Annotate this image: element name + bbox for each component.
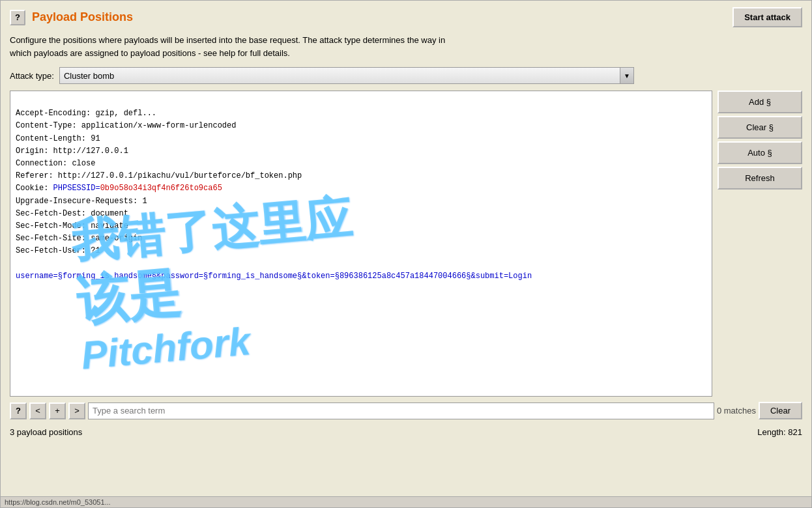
match-count: 0 matches (717, 406, 756, 416)
request-line-10: Sec-Fetch-Mode: navigate (16, 221, 128, 231)
add-section-button[interactable]: Add § (718, 91, 802, 113)
page-title: Payload Positions (32, 10, 133, 24)
payload-positions-count: 3 payload positions (10, 427, 82, 437)
request-line-3: Content-Length: 91 (16, 134, 100, 143)
request-line-9: Sec-Fetch-Dest: document (16, 209, 128, 218)
search-prev-button[interactable]: < (29, 402, 46, 419)
description-line1: Configure the positions where payloads w… (10, 35, 445, 45)
side-buttons: Add § Clear § Auto § Refresh (718, 91, 802, 397)
url-bar: https://blog.csdn.net/m0_53051... (1, 496, 811, 507)
request-line-11: Sec-Fetch-Site: same-origin (16, 234, 142, 243)
url-text: https://blog.csdn.net/m0_53051... (5, 498, 111, 506)
request-text: Accept-Encoding: gzip, defl... Content-T… (16, 95, 706, 295)
request-line-12: Sec-Fetch-User: ?1 (16, 246, 100, 255)
attack-type-row: Attack type: Sniper Battering ram Pitchf… (10, 67, 802, 84)
payload-line: username=§forming_is_handsome§&password=… (16, 272, 532, 281)
request-line-1: Accept-Encoding: gzip, defl... (16, 109, 156, 118)
cookie-session-value: 0b9o58o34i3qf4n6f26to9ca65 (100, 184, 222, 193)
description-line2: which payloads are assigned to payload p… (10, 48, 290, 58)
request-line-5: Connection: close (16, 159, 95, 168)
auto-section-button[interactable]: Auto § (718, 141, 802, 164)
clear-section-button[interactable]: Clear § (718, 116, 802, 139)
payload-text: username=§forming_is_handsome§&password=… (16, 272, 532, 281)
search-help-button[interactable]: ? (10, 402, 27, 419)
request-line-8: Upgrade-Insecure-Requests: 1 (16, 197, 147, 206)
footer-row: 3 payload positions Length: 821 (10, 425, 802, 440)
request-line-2: Content-Type: application/x-www-form-url… (16, 121, 236, 130)
content-area: Accept-Encoding: gzip, defl... Content-T… (10, 91, 802, 397)
help-button[interactable]: ? (10, 10, 25, 25)
header-row: ? Payload Positions Start attack (10, 7, 802, 27)
search-input[interactable] (88, 402, 714, 419)
description: Configure the positions where payloads w… (10, 34, 802, 59)
request-line-4: Origin: http://127.0.0.1 (16, 147, 128, 156)
cookie-session-id: PHPSESSID= (53, 184, 100, 193)
main-container: ? Payload Positions Start attack Configu… (0, 0, 812, 508)
clear-search-button[interactable]: Clear (759, 402, 802, 419)
refresh-button[interactable]: Refresh (718, 167, 802, 190)
start-attack-button[interactable]: Start attack (732, 7, 802, 27)
search-add-button[interactable]: + (49, 402, 66, 419)
length-value: Length: 821 (757, 427, 802, 437)
request-content[interactable]: Accept-Encoding: gzip, defl... Content-T… (10, 91, 712, 396)
search-bar: ? < + > 0 matches Clear (10, 402, 802, 419)
request-line-6: Referer: http://127.0.0.1/pikachu/vul/bu… (16, 171, 302, 180)
title-area: ? Payload Positions (10, 10, 133, 25)
search-next-button[interactable]: > (68, 402, 85, 419)
select-arrow-icon[interactable]: ▼ (620, 67, 634, 84)
attack-type-select[interactable]: Sniper Battering ram Pitchfork Cluster b… (59, 67, 620, 84)
attack-type-select-wrapper: Sniper Battering ram Pitchfork Cluster b… (59, 67, 634, 84)
attack-type-label: Attack type: (10, 71, 54, 81)
request-line-7: Cookie: PHPSESSID=0b9o58o34i3qf4n6f26to9… (16, 184, 222, 193)
request-editor: Accept-Encoding: gzip, defl... Content-T… (10, 91, 712, 397)
